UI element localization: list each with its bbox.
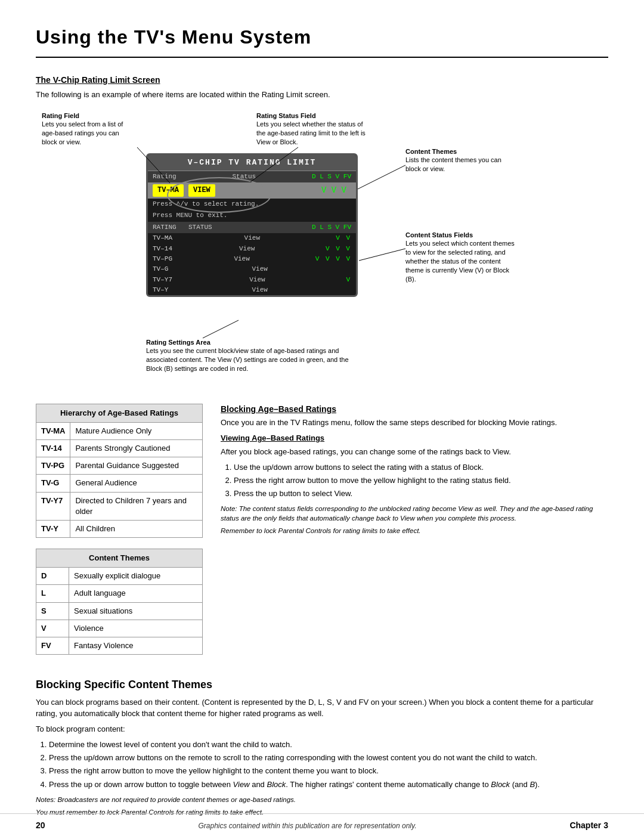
age-based-table-header: Hierarchy of Age-Based Ratings <box>36 404 203 422</box>
blocking-age-heading: Blocking Age–Based Ratings <box>221 404 608 416</box>
rating-code: TV-PG <box>36 457 70 475</box>
table-row: TV–14ViewV V V <box>148 244 356 254</box>
tv-highlight-flags: V V V <box>321 185 351 197</box>
blocking-specific-heading: Blocking Specific Content Themes <box>36 677 608 692</box>
table-row: TV-Y7 Directed to Children 7 years and o… <box>36 492 203 520</box>
blocking-steps: Determine the lowest level of content yo… <box>36 739 608 790</box>
content-themes-table: Content Themes D Sexually explicit dialo… <box>36 549 203 655</box>
page-title: Using the TV's Menu System <box>36 24 608 58</box>
rating-description: Directed to Children 7 years and older <box>70 492 203 520</box>
theme-description: Sexual situations <box>69 602 203 620</box>
footer-center-text: Graphics contained within this publicati… <box>199 821 417 831</box>
table-row: FV Fantasy Violence <box>36 637 203 655</box>
viewing-steps: Use the up/down arrow buttons to select … <box>221 462 608 500</box>
table-row: TV-Y All Children <box>36 520 203 537</box>
annot-rating-field: Rating Field Lets you select from a list… <box>42 112 131 147</box>
rating-code: TV-G <box>36 475 70 492</box>
to-block-label: To block program content: <box>36 724 608 735</box>
theme-code: L <box>36 585 69 602</box>
table-row: TV-PG Parental Guidance Suggested <box>36 457 203 475</box>
rating-description: General Audience <box>70 475 203 492</box>
rating-description: Parents Strongly Cautioned <box>70 439 203 457</box>
tv-msg1: Press ^/v to select rating. <box>148 199 356 210</box>
rating-code: TV-MA <box>36 422 70 439</box>
footer-chapter: Chapter 3 <box>569 820 608 832</box>
table-row: TV-G General Audience <box>36 475 203 492</box>
viewing-age-heading: Viewing Age–Based Ratings <box>221 433 608 444</box>
rating-code: TV-Y <box>36 520 70 537</box>
list-item: Determine the lowest level of content yo… <box>49 739 608 750</box>
tv-highlight-rating: TV–MA <box>153 184 184 197</box>
svg-line-4 <box>203 320 239 338</box>
table-row: TV–Y7ViewV <box>148 275 356 285</box>
vchip-section-heading: The V-Chip Rating Limit Screen <box>36 75 608 86</box>
rating-code: TV-Y7 <box>36 492 70 520</box>
theme-code: S <box>36 602 69 620</box>
page: Using the TV's Menu System The V-Chip Ra… <box>0 0 644 833</box>
annot-rating-status-field: Rating Status Field Lets you select whet… <box>256 112 370 147</box>
annot-content-themes: Content Themes Lists the content themes … <box>405 147 507 174</box>
rating-description: Mature Audience Only <box>70 422 203 439</box>
tv-ratings-header: RATING STATUS D L S V FV <box>148 222 356 233</box>
table-row: S Sexual situations <box>36 602 203 620</box>
theme-code: V <box>36 620 69 637</box>
tv-highlight-row: TV–MA VIEW V V V <box>148 182 356 199</box>
rating-description: All Children <box>70 520 203 537</box>
right-content: Blocking Age–Based Ratings Once you are … <box>221 404 608 666</box>
blocking-age-text: Once you are in the TV Ratings menu, fol… <box>221 417 608 428</box>
theme-description: Adult language <box>69 585 203 602</box>
blocking-specific-section: Blocking Specific Content Themes You can… <box>36 677 608 817</box>
table-row: TV–MAViewV V <box>148 233 356 243</box>
theme-description: Sexually explicit dialogue <box>69 568 203 585</box>
annot-content-status-fields: Content Status Fields Lets you select wh… <box>405 231 519 284</box>
footer-page-number: 20 <box>36 820 45 832</box>
tv-title: V–CHIP TV RATING LIMIT <box>148 155 356 171</box>
svg-line-3 <box>359 249 405 261</box>
content-themes-table-header: Content Themes <box>36 549 203 568</box>
table-row: L Adult language <box>36 585 203 602</box>
list-item: Press the up or down arrow button to tog… <box>49 779 608 790</box>
tv-screen: V–CHIP TV RATING LIMIT Rating Status D L… <box>146 153 358 298</box>
table-row: D Sexually explicit dialogue <box>36 568 203 585</box>
theme-description: Violence <box>69 620 203 637</box>
table-row: TV-MA Mature Audience Only <box>36 422 203 439</box>
blocking-notes: Notes: Broadcasters are not required to … <box>36 795 608 804</box>
viewing-note: Note: The content status fields correspo… <box>221 504 608 523</box>
viewing-age-intro: After you block age-based ratings, you c… <box>221 447 608 457</box>
bottom-section: Hierarchy of Age-Based Ratings TV-MA Mat… <box>36 404 608 666</box>
list-item: Press the right arrow button to move the… <box>234 475 608 486</box>
rating-description: Parental Guidance Suggested <box>70 457 203 475</box>
age-based-ratings-table: Hierarchy of Age-Based Ratings TV-MA Mat… <box>36 404 203 538</box>
theme-description: Fantasy Violence <box>69 637 203 655</box>
blocking-specific-intro: You can block programs based on their co… <box>36 697 608 719</box>
table-row: V Violence <box>36 620 203 637</box>
list-item: Press the up button to select View. <box>234 488 608 499</box>
rating-code: TV-14 <box>36 439 70 457</box>
theme-code: FV <box>36 637 69 655</box>
list-item: Press the right arrow button to move the… <box>49 766 608 776</box>
annot-rating-settings-area: Rating Settings Area Lets you see the cu… <box>146 338 349 373</box>
list-item: Use the up/down arrow buttons to select … <box>234 462 608 473</box>
table-row: TV–GView <box>148 264 356 274</box>
tv-msg2: Press MENU to exit. <box>148 210 356 221</box>
table-row: TV-14 Parents Strongly Cautioned <box>36 439 203 457</box>
table-row: TV–PGViewV V V V <box>148 254 356 264</box>
left-tables: Hierarchy of Age-Based Ratings TV-MA Mat… <box>36 404 203 666</box>
diagram-container: Rating Field Lets you select from a list… <box>36 112 608 386</box>
viewing-remember: Remember to lock Parental Controls for r… <box>221 526 608 535</box>
table-row: TV–YView <box>148 285 356 295</box>
theme-code: D <box>36 568 69 585</box>
svg-line-2 <box>358 165 405 189</box>
list-item: Press the up/down arrow buttons on the r… <box>49 753 608 763</box>
tv-highlight-status: VIEW <box>188 184 215 197</box>
tv-column-headers: Rating Status D L S V FV <box>148 171 356 182</box>
page-footer: 20 Graphics contained within this public… <box>0 813 644 832</box>
vchip-section-subtext: The following is an example of where ite… <box>36 89 608 100</box>
